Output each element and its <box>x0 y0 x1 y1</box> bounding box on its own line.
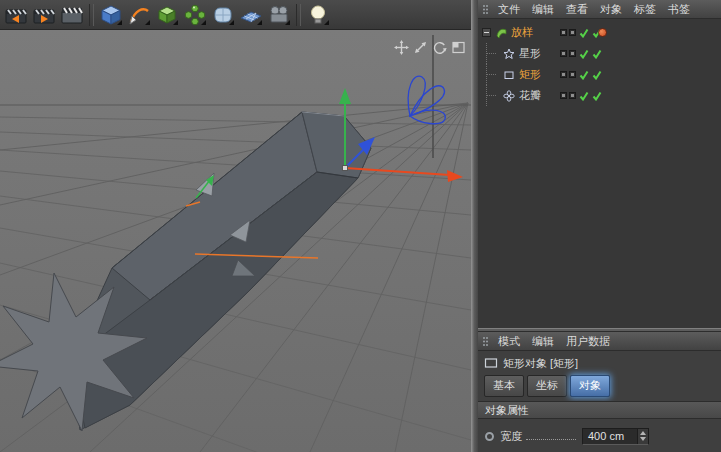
tree-branch <box>486 85 499 106</box>
enable-check-icon[interactable] <box>579 28 589 38</box>
enable-check-icon[interactable] <box>592 70 602 80</box>
object-row-rectangle[interactable]: 矩形 <box>478 64 721 85</box>
cube-primitive-icon[interactable] <box>97 1 125 29</box>
pan-icon[interactable] <box>393 39 409 55</box>
width-input[interactable]: 400 cm <box>582 428 649 445</box>
viewport-3d[interactable]: 时间间隔：4000 <box>0 30 471 452</box>
leader-dots <box>526 432 576 440</box>
toolbar-separator <box>89 4 94 26</box>
subdivision-surface-icon[interactable] <box>209 1 237 29</box>
viewport-nav-bar <box>393 39 466 55</box>
attribute-manager-menubar: 模式 编辑 用户数据 <box>478 332 721 351</box>
object-label: 放样 <box>511 25 533 40</box>
section-header-label: 对象属性 <box>485 403 529 418</box>
visibility-toggle[interactable] <box>560 71 567 78</box>
value-spinner[interactable] <box>637 429 648 444</box>
width-value[interactable]: 400 cm <box>583 430 637 442</box>
visibility-toggle[interactable] <box>569 92 576 99</box>
panel-grip-icon[interactable] <box>482 4 489 15</box>
visibility-toggle[interactable] <box>569 50 576 57</box>
application-window: 时间间隔：4000 文件 编辑 查看 对象 标签 书签 放样 <box>0 0 721 452</box>
object-hierarchy: 放样 星形 <box>478 19 721 328</box>
visibility-toggle[interactable] <box>560 92 567 99</box>
attribute-manager: 矩形对象 [矩形] 基本 坐标 对象 对象属性 宽度 400 cm <box>478 351 721 452</box>
floor-plane-icon[interactable] <box>237 1 265 29</box>
rectangle-object-icon <box>484 357 498 369</box>
light-icon[interactable] <box>304 1 332 29</box>
property-label: 宽度 <box>500 429 522 444</box>
enable-check-icon[interactable] <box>592 49 602 59</box>
scene-canvas <box>0 30 471 452</box>
enable-check-icon[interactable] <box>579 70 589 80</box>
tree-branch <box>486 43 499 64</box>
collapse-icon[interactable] <box>482 28 491 37</box>
object-label: 花瓣 <box>519 88 541 103</box>
right-panel: 文件 编辑 查看 对象 标签 书签 放样 <box>478 0 721 452</box>
am-menu-userdata[interactable]: 用户数据 <box>560 332 616 350</box>
om-menu-object[interactable]: 对象 <box>594 0 628 18</box>
tab-coordinates[interactable]: 坐标 <box>527 375 567 397</box>
loft-generator-icon <box>494 26 508 40</box>
attribute-object-title: 矩形对象 [矩形] <box>503 356 578 371</box>
flower-spline-icon <box>502 89 516 103</box>
star-spline-icon <box>502 47 516 61</box>
vertical-splitter[interactable] <box>471 0 478 452</box>
render-picture-viewer-icon[interactable] <box>2 1 30 29</box>
om-menu-bookmarks[interactable]: 书签 <box>662 0 696 18</box>
attribute-title-row: 矩形对象 [矩形] <box>484 354 578 372</box>
object-row-flower[interactable]: 花瓣 <box>478 85 721 106</box>
object-label: 星形 <box>519 46 541 61</box>
toggle-view-icon[interactable] <box>450 39 466 55</box>
section-header: 对象属性 <box>478 401 721 419</box>
visibility-toggle[interactable] <box>560 29 567 36</box>
array-generator-icon[interactable] <box>181 1 209 29</box>
keyframe-circle-icon[interactable] <box>485 432 494 441</box>
tag-icon[interactable] <box>598 28 607 37</box>
property-row-width: 宽度 400 cm <box>478 424 721 448</box>
om-menu-view[interactable]: 查看 <box>560 0 594 18</box>
om-menu-edit[interactable]: 编辑 <box>526 0 560 18</box>
visibility-toggle[interactable] <box>569 71 576 78</box>
object-label: 矩形 <box>519 67 541 82</box>
object-row-star[interactable]: 星形 <box>478 43 721 64</box>
tab-object[interactable]: 对象 <box>570 375 610 397</box>
main-toolbar <box>0 0 471 30</box>
attribute-tabs: 基本 坐标 对象 <box>484 375 610 397</box>
om-menu-file[interactable]: 文件 <box>492 0 526 18</box>
zoom-icon[interactable] <box>412 39 428 55</box>
enable-check-icon[interactable] <box>592 91 602 101</box>
rectangle-spline-icon <box>502 68 516 82</box>
spline-pen-icon[interactable] <box>125 1 153 29</box>
om-menu-tags[interactable]: 标签 <box>628 0 662 18</box>
tab-basic[interactable]: 基本 <box>484 375 524 397</box>
enable-check-icon[interactable] <box>579 91 589 101</box>
toolbar-separator <box>296 4 301 26</box>
am-menu-edit[interactable]: 编辑 <box>526 332 560 350</box>
render-active-view-icon[interactable] <box>30 1 58 29</box>
am-menu-mode[interactable]: 模式 <box>492 332 526 350</box>
enable-check-icon[interactable] <box>579 49 589 59</box>
render-settings-icon[interactable] <box>58 1 86 29</box>
spin-down-icon[interactable] <box>640 437 646 441</box>
tree-branch <box>486 64 499 85</box>
rotate-icon[interactable] <box>431 39 447 55</box>
panel-grip-icon[interactable] <box>482 336 489 347</box>
extrude-generator-icon[interactable] <box>153 1 181 29</box>
camera-icon[interactable] <box>265 1 293 29</box>
visibility-toggle[interactable] <box>569 29 576 36</box>
spin-up-icon[interactable] <box>640 431 646 435</box>
object-manager-menubar: 文件 编辑 查看 对象 标签 书签 <box>478 0 721 19</box>
object-row-loft[interactable]: 放样 <box>478 22 721 43</box>
visibility-toggle[interactable] <box>560 50 567 57</box>
